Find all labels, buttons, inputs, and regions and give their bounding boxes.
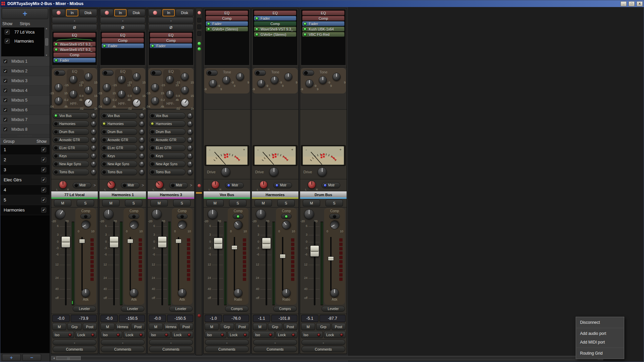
processor-eq[interactable]: EQ xyxy=(150,33,192,38)
phase-button[interactable]: Ø xyxy=(148,24,194,31)
eq-knob-7[interactable] xyxy=(179,97,190,108)
input-source-button[interactable]: - xyxy=(100,17,145,23)
drive-knob[interactable] xyxy=(221,167,230,177)
comp-amount-knob[interactable] xyxy=(280,219,293,231)
send-level-knob[interactable] xyxy=(91,153,96,159)
send-level-knob[interactable] xyxy=(187,121,193,127)
comp-threshold-handle[interactable] xyxy=(280,254,286,258)
send-harmonies[interactable]: Harmonies xyxy=(149,121,186,127)
drive-knob[interactable] xyxy=(269,167,279,177)
gain-display[interactable]: -0.0 xyxy=(100,315,118,322)
comp-mode-button[interactable]: Leveler xyxy=(169,306,193,312)
comp-threshold-track[interactable] xyxy=(234,237,235,291)
drive-knob[interactable] xyxy=(317,167,327,177)
comp-threshold-track[interactable] xyxy=(178,237,179,291)
strip-button-m[interactable]: M xyxy=(149,323,163,330)
peak-display[interactable]: -87.7 xyxy=(319,315,346,322)
group-list-item[interactable]: 5✓ xyxy=(0,195,50,205)
send-keys[interactable]: Keys xyxy=(101,153,137,159)
processor-waveshell-vst-9-3[interactable]: WaveShell-VST 9.3_ xyxy=(53,42,96,47)
comp-enable-button[interactable] xyxy=(233,214,243,219)
processor-fader[interactable]: Fader xyxy=(101,43,144,48)
tone-knob-1[interactable] xyxy=(209,79,217,87)
processor-fader[interactable]: Fader xyxy=(206,21,248,26)
checkbox-icon[interactable]: ✓ xyxy=(41,187,46,192)
iso-button[interactable]: Iso xyxy=(301,331,323,338)
mixbus-list-item[interactable]: ✓Mixbus 4 xyxy=(0,86,50,96)
pan-knob[interactable] xyxy=(211,181,219,189)
strip-name-button[interactable]: Vox Bus xyxy=(204,191,250,197)
comp-speed-knob[interactable] xyxy=(330,289,339,297)
mute-button[interactable]: M xyxy=(206,200,224,206)
strip-button-m[interactable]: M xyxy=(100,323,115,330)
horizontal-scrollbar[interactable]: ◄ ||| ► xyxy=(51,356,603,360)
checkbox-icon[interactable]: ✓ xyxy=(41,197,46,202)
eq-knob-3[interactable] xyxy=(103,83,111,92)
checkbox-icon[interactable]: ✓ xyxy=(41,177,46,182)
comp-speed-knob[interactable] xyxy=(178,289,187,297)
input-monitor-button[interactable]: In xyxy=(162,9,175,16)
fader-track[interactable] xyxy=(314,222,315,305)
strip-button-grp[interactable]: Grp xyxy=(220,323,234,330)
comp-threshold-handle[interactable] xyxy=(127,239,133,243)
send-level-knob[interactable] xyxy=(91,169,96,175)
send-harmonies[interactable]: Harmonies xyxy=(101,121,137,127)
send-level-knob[interactable] xyxy=(187,137,193,143)
lock-button[interactable]: Lock xyxy=(324,331,346,338)
lock-button[interactable]: Lock xyxy=(227,331,249,338)
comp-threshold-track[interactable] xyxy=(282,237,283,291)
output-button[interactable]: - xyxy=(53,340,96,345)
trim-knob[interactable] xyxy=(103,209,114,219)
master-send-button[interactable]: Mstr xyxy=(121,182,140,188)
gain-display[interactable]: -5.1 xyxy=(301,315,318,322)
eq-knob-5[interactable] xyxy=(84,86,92,94)
solo-button[interactable]: S xyxy=(229,200,246,206)
solo-button[interactable]: S xyxy=(173,200,191,206)
comp-amount-knob[interactable] xyxy=(176,219,188,231)
group-list-item[interactable]: Harmonies✓ xyxy=(0,205,50,215)
comp-enable-button[interactable] xyxy=(129,214,139,219)
phase-button[interactable]: Ø xyxy=(52,24,97,31)
comp-threshold-handle[interactable] xyxy=(175,239,182,243)
eq-knob-2[interactable] xyxy=(133,73,141,81)
input-monitor-button[interactable]: In xyxy=(66,9,78,16)
output-button[interactable]: - xyxy=(149,340,193,345)
send-drum-bus[interactable]: Drum Bus xyxy=(101,129,137,135)
checkbox-icon[interactable]: ✓ xyxy=(5,29,10,35)
send-level-knob[interactable] xyxy=(91,161,96,167)
minimize-button[interactable]: _ xyxy=(621,1,627,6)
fader-handle[interactable] xyxy=(262,238,271,249)
scroll-up-icon[interactable]: ▲ xyxy=(46,27,48,29)
mixbus-list-item[interactable]: ✓Mixbus 8 xyxy=(0,125,50,134)
send-acoustic-gtr[interactable]: Acoustic GTR xyxy=(149,137,186,143)
pane-splitter[interactable]: ·········· xyxy=(0,134,50,137)
send-level-knob[interactable] xyxy=(139,137,145,143)
master-send-button[interactable]: Mstr xyxy=(225,182,244,188)
comp-enable-button[interactable] xyxy=(177,214,188,219)
send-level-knob[interactable] xyxy=(91,121,96,127)
comments-button[interactable]: Comments xyxy=(205,346,249,352)
iso-button[interactable]: Iso xyxy=(52,331,74,338)
peak-display[interactable]: -76.0 xyxy=(223,315,249,322)
send-level-knob[interactable] xyxy=(91,137,96,143)
tone-knob-3[interactable] xyxy=(236,73,244,81)
send-vox-bus[interactable]: Vox Bus xyxy=(101,113,137,119)
send-vox-bus[interactable]: Vox Bus xyxy=(149,113,186,119)
send-level-knob[interactable] xyxy=(187,153,193,159)
tone-power-button[interactable] xyxy=(206,70,218,76)
checkbox-icon[interactable]: ✓ xyxy=(41,147,46,152)
track-list-item[interactable]: ✓Harmonies xyxy=(1,37,44,46)
track-list-scrollbar[interactable]: ▲ ▼ xyxy=(44,27,49,56)
record-arm-button[interactable] xyxy=(52,9,65,16)
checkbox-icon[interactable]: ✓ xyxy=(3,59,8,64)
expand-arrow-icon[interactable]: > xyxy=(190,183,192,188)
send-elec-gtr[interactable]: ELec GTR xyxy=(53,145,89,151)
peak-display[interactable]: -150.5 xyxy=(119,315,145,322)
comments-button[interactable]: Comments xyxy=(301,346,345,352)
send-level-knob[interactable] xyxy=(139,145,145,151)
pan-knob[interactable] xyxy=(308,181,316,189)
strip-button-hrmns[interactable]: Hrmns xyxy=(164,323,178,330)
strip-button-m[interactable]: M xyxy=(52,323,66,330)
peak-display[interactable]: -101.8 xyxy=(271,315,297,322)
input-monitor-button[interactable]: In xyxy=(114,9,127,16)
